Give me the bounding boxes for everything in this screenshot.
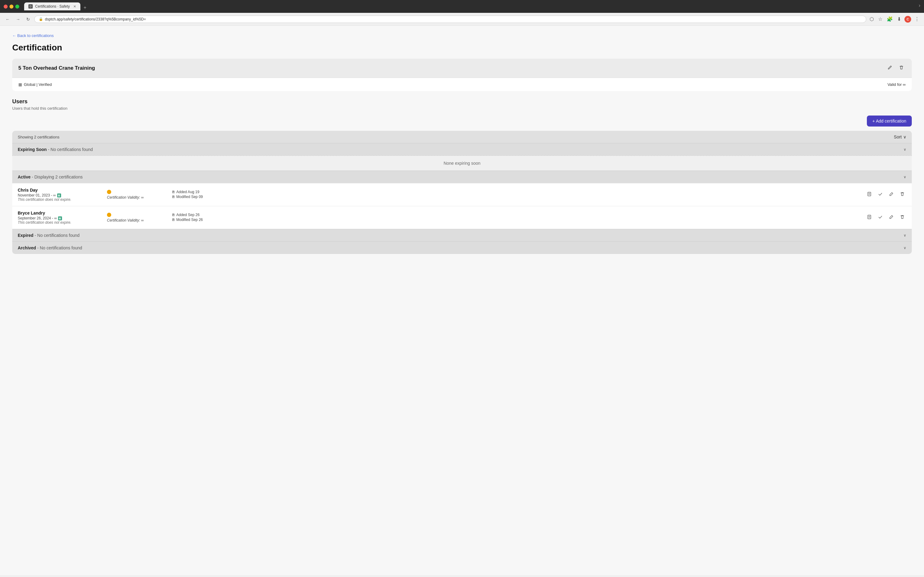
expiring-soon-sub: - No certifications found — [48, 147, 93, 152]
audit-modified-chris: 🖹 Modified Sep 09 — [172, 195, 239, 199]
valid-for-label: Valid for ∞ — [887, 82, 906, 87]
approve-button-chris[interactable] — [876, 191, 884, 199]
active-sub: - Displaying 2 certifications — [32, 174, 83, 179]
expiring-soon-section-row[interactable]: Expiring Soon - No certifications found … — [12, 143, 912, 156]
back-button[interactable]: ← — [4, 16, 11, 23]
modified-text-chris: Modified Sep 09 — [176, 195, 203, 199]
browser-addressbar: ← → ↻ 🔒 dsptch.app/safety/certifications… — [0, 13, 924, 26]
expiring-soon-status: Expiring Soon — [18, 147, 47, 152]
user-name-chris: Chris Day — [18, 188, 103, 193]
sort-button[interactable]: Sort ∨ — [894, 134, 906, 139]
calendar-icon-chris: ▦ — [57, 193, 61, 197]
modified-text-bryce: Modified Sep 26 — [176, 218, 203, 222]
active-tab[interactable]: D Certifications · Safety ✕ — [24, 2, 80, 10]
user-date-text-chris: November 01, 2023 - ∞ — [18, 193, 56, 197]
minimize-window-button[interactable] — [10, 5, 13, 8]
delete-button-chris[interactable] — [898, 191, 906, 199]
maximize-window-button[interactable] — [15, 5, 19, 8]
validity-text-bryce: Certification Validity: ∞ — [107, 218, 143, 222]
view-doc-button-chris[interactable] — [865, 191, 873, 199]
certification-card: 5 Ton Overhead Crane Training ▦ Global |… — [12, 59, 912, 91]
cert-card-actions — [885, 64, 906, 72]
audit-info-bryce: 🖹 Added Sep 26 🖹 Modified Sep 26 — [172, 213, 239, 222]
users-section: Users Users that hold this certification… — [12, 98, 912, 254]
certifications-list: Showing 2 certifications Sort ∨ Expiring… — [12, 131, 912, 254]
list-header: Showing 2 certifications Sort ∨ — [12, 131, 912, 143]
user-date-chris: November 01, 2023 - ∞ ▦ — [18, 193, 103, 197]
security-lock-icon: 🔒 — [39, 17, 43, 21]
page-title: Certification — [12, 43, 912, 53]
archived-status: Archived — [18, 245, 36, 250]
row-actions-bryce — [865, 214, 906, 222]
tab-close-button[interactable]: ✕ — [73, 5, 76, 8]
browser-action-buttons: ⬡ ☆ 🧩 ⬇ C ⋮ — [869, 15, 920, 23]
approve-button-bryce[interactable] — [876, 214, 884, 222]
extensions-icon[interactable]: 🧩 — [886, 15, 894, 23]
back-to-certifications-link[interactable]: ← Back to certifications — [12, 33, 54, 38]
add-certification-button[interactable]: + Add certification — [867, 116, 912, 127]
none-expiring-text: None expiring soon — [444, 161, 481, 166]
svg-rect-0 — [868, 192, 871, 196]
calendar-icon-bryce: ▦ — [58, 216, 62, 220]
view-doc-button-bryce[interactable] — [865, 214, 873, 222]
audit-modified-bryce: 🖹 Modified Sep 26 — [172, 218, 239, 222]
users-section-title: Users — [12, 98, 912, 105]
user-info-chris: Chris Day November 01, 2023 - ∞ ▦ This c… — [18, 188, 103, 202]
audit-info-chris: 🖹 Added Aug 19 🖹 Modified Sep 09 — [172, 190, 239, 200]
expiring-soon-chevron-icon: ∨ — [903, 147, 906, 152]
address-bar[interactable]: 🔒 dsptch.app/safety/certifications/2338?… — [34, 16, 866, 23]
audit-added-chris: 🖹 Added Aug 19 — [172, 190, 239, 194]
url-text: dsptch.app/safety/certifications/2338?q%… — [45, 17, 146, 21]
validity-text-chris: Certification Validity: ∞ — [107, 195, 143, 200]
active-section-row[interactable]: Active - Displaying 2 certifications ∨ — [12, 171, 912, 183]
browser-tabs: D Certifications · Safety ✕ + — [24, 2, 916, 10]
close-window-button[interactable] — [4, 5, 8, 8]
users-section-subtitle: Users that hold this certification — [12, 106, 912, 111]
bookmark-icon[interactable]: ☆ — [877, 15, 883, 23]
browser-titlebar: D Certifications · Safety ✕ + › — [4, 2, 920, 13]
globe-icon: ▦ — [18, 82, 22, 87]
validity-bryce: Certification Validity: ∞ — [107, 213, 168, 222]
active-status: Active — [18, 174, 31, 179]
new-tab-button[interactable]: + — [81, 5, 89, 10]
modify-audit-icon-bryce: 🖹 — [172, 218, 175, 222]
avatar[interactable]: C — [905, 16, 911, 23]
tab-favicon: D — [28, 4, 33, 8]
add-audit-icon-chris: 🖹 — [172, 190, 175, 194]
user-info-bryce: Bryce Landry September 26, 2024 - ∞ ▦ Th… — [18, 211, 103, 225]
validity-dot-icon-chris — [107, 190, 111, 194]
edit-button-chris[interactable] — [887, 191, 895, 199]
row-actions-chris — [865, 191, 906, 199]
delete-cert-button[interactable] — [897, 64, 906, 72]
archived-sub: - No certifications found — [37, 245, 82, 250]
sort-chevron-icon: ∨ — [903, 134, 906, 139]
cert-card-title: 5 Ton Overhead Crane Training — [18, 65, 95, 71]
edit-cert-button[interactable] — [885, 64, 894, 72]
tab-title: Certifications · Safety — [35, 4, 70, 8]
sort-label: Sort — [894, 134, 902, 139]
browser-extend-button[interactable]: › — [919, 3, 920, 10]
forward-button[interactable]: → — [14, 16, 22, 23]
user-name-bryce: Bryce Landry — [18, 211, 103, 216]
add-audit-icon-bryce: 🖹 — [172, 213, 175, 217]
user-date-bryce: September 26, 2024 - ∞ ▦ — [18, 216, 103, 220]
archived-section-row[interactable]: Archived - No certifications found ∨ — [12, 242, 912, 254]
reload-button[interactable]: ↻ — [24, 16, 32, 23]
browser-menu-icon[interactable]: ⋮ — [914, 15, 920, 23]
user-note-bryce: This certification does not expire. — [18, 220, 103, 225]
expired-label: Expired - No certifications found — [18, 233, 79, 238]
expired-chevron-icon: ∨ — [903, 233, 906, 237]
table-row: Bryce Landry September 26, 2024 - ∞ ▦ Th… — [12, 206, 912, 229]
user-date-text-bryce: September 26, 2024 - ∞ — [18, 216, 57, 220]
edit-button-bryce[interactable] — [887, 214, 895, 222]
expired-section-row[interactable]: Expired - No certifications found ∨ — [12, 229, 912, 242]
cast-icon[interactable]: ⬡ — [869, 15, 875, 23]
table-row: Chris Day November 01, 2023 - ∞ ▦ This c… — [12, 183, 912, 206]
active-chevron-icon: ∨ — [903, 175, 906, 179]
download-icon[interactable]: ⬇ — [896, 15, 902, 23]
added-text-bryce: Added Sep 26 — [176, 213, 200, 217]
showing-count-text: Showing 2 certifications — [18, 135, 60, 139]
expiring-soon-empty: None expiring soon — [12, 156, 912, 171]
delete-button-bryce[interactable] — [898, 214, 906, 222]
audit-added-bryce: 🖹 Added Sep 26 — [172, 213, 239, 217]
